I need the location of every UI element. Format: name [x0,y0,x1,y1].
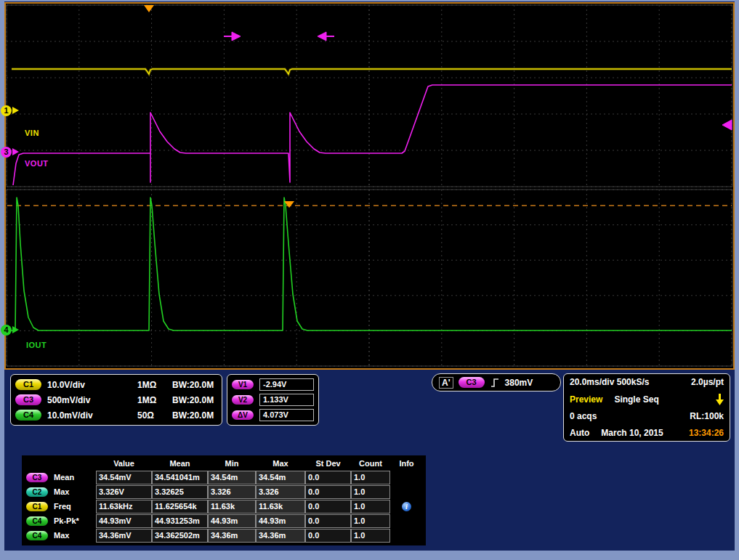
header-count: Count [351,459,390,468]
vout-level-arrow-icon[interactable] [722,120,732,130]
meas-stdev: 0.0 [305,471,351,484]
channel-pill[interactable]: C2 [26,487,48,497]
ch1-vin-trace-fuzz [12,69,732,74]
preview-label: Preview [570,394,602,405]
cursor-dv-value: 4.073V [259,409,314,421]
waveform-display [4,2,735,370]
measurement-name: Max [54,487,69,496]
rising-edge-icon [490,378,500,388]
timebase-row: 20.0ms/div 500kS/s 2.0µs/pt [570,377,724,387]
measurement-name: Max [54,531,69,540]
cursor-row-v1: V1 -2.94V [227,378,318,391]
trigger-source-pill[interactable]: C3 [459,377,485,388]
meas-mean: 34.541041m [152,471,208,484]
meas-stdev: 0.0 [305,514,351,528]
cursor-v2-value: 1.133V [259,394,314,406]
meas-stdev: 0.0 [305,500,351,514]
meas-value: 11.63kHz [96,500,152,514]
meas-count: 1.0 [351,500,390,514]
header-max: Max [256,459,305,468]
header-stdev: St Dev [305,459,351,468]
timebase-value: 20.0ms/div 500kS/s [570,377,649,387]
acqs-row: 0 acqs RL:100k [570,411,724,421]
meas-min: 34.36m [208,529,256,543]
channel-4-reference-arrow-icon[interactable] [12,326,19,333]
trigger-mode-auto: Auto [570,428,589,438]
record-length: RL:100k [690,411,724,421]
graticule-grid [7,5,732,366]
meas-max: 44.93m [256,514,305,528]
meas-count: 1.0 [351,485,390,499]
oscilloscope-screen: 1 3 4 VIN VOUT IOUT C1 10.0V/div 1MΩ BW:… [0,0,739,560]
cursor-row-dv: ΔV 4.073V [227,409,318,421]
measurement-table: Value Mean Min Max St Dev Count Info C3 … [22,455,426,545]
trigger-position-marker-icon[interactable] [144,5,154,12]
header-min: Min [208,459,256,468]
meas-value: 34.36mV [96,529,152,543]
channel-row-c3[interactable]: C3 500mV/div 1MΩ BW:20.0M [11,394,222,405]
c1-impedance: 1MΩ [137,380,166,390]
meas-mean: 34.362502m [152,529,208,543]
meas-max: 3.326 [256,485,305,499]
cursor-v1-pill[interactable]: V1 [232,380,254,389]
channel-pill-c3[interactable]: C3 [15,394,41,405]
c3-impedance: 1MΩ [137,395,166,405]
measurement-name: Mean [54,473,74,482]
measurement-name: Freq [54,502,71,511]
trigger-level-value: 380mV [505,378,533,388]
meas-mean: 11.625654k [152,500,208,514]
channel-settings-box[interactable]: C1 10.0V/div 1MΩ BW:20.0M C3 500mV/div 1… [10,374,222,426]
c4-impedance: 50Ω [137,410,166,421]
meas-max: 34.36m [256,529,305,543]
channel-pill-c4[interactable]: C4 [15,410,41,421]
meas-value: 34.54mV [96,471,152,484]
cursor-v2-pill[interactable]: V2 [232,395,254,405]
trigger-readout-box[interactable]: A' C3 380mV [432,373,561,391]
channel-1-badge[interactable]: 1 [1,105,12,116]
channel-3-reference-arrow-icon[interactable] [12,148,19,155]
meas-stdev: 0.0 [305,485,351,499]
c1-bandwidth: BW:20.0M [172,380,214,390]
cursor-b-left-arrow-icon[interactable] [318,32,326,41]
channel-3-badge[interactable]: 3 [1,147,12,158]
header-mean: Mean [152,459,208,468]
meas-mean: 3.32625 [152,485,208,499]
channel-pill-c1[interactable]: C1 [15,379,41,390]
meas-max: 11.63k [256,500,305,514]
acquisition-mode-row: Preview Single Seq [570,394,724,405]
c4-bandwidth: BW:20.0M [172,410,214,421]
c4-scale: 10.0mV/div [47,410,132,421]
trace-label-iout: IOUT [26,341,47,349]
channel-4-badge[interactable]: 4 [1,325,12,336]
cursor-dv-pill[interactable]: ΔV [232,410,254,420]
measurement-row-c4-max: C4 Max 34.36mV 34.362502m 34.36m 34.36m … [23,528,424,543]
c3-bandwidth: BW:20.0M [172,395,214,405]
measurement-row-c2-max: C2 Max 3.326V 3.32625 3.326 3.326 0.0 1.… [23,484,424,499]
meas-min: 11.63k [208,500,256,514]
trace-label-vin: VIN [25,129,39,137]
cursor-v1-value: -2.94V [259,378,314,391]
time-label: 13:34:26 [689,428,724,438]
ch4-iout-trace [12,198,732,330]
channel-row-c1[interactable]: C1 10.0V/div 1MΩ BW:20.0M [11,379,222,390]
meas-mean: 44.931253m [152,514,208,528]
meas-min: 44.93m [208,514,256,528]
trigger-mode-label: A' [439,377,453,389]
measurement-row-c4-pkpk: C4 Pk-Pk* 44.93mV 44.931253m 44.93m 44.9… [23,514,424,528]
cursor-a-right-arrow-icon[interactable] [232,32,241,41]
c3-scale: 500mV/div [47,395,132,405]
horizontal-acquisition-box[interactable]: 20.0ms/div 500kS/s 2.0µs/pt Preview Sing… [563,373,730,442]
date-label: March 10, 2015 [601,428,663,438]
channel-pill[interactable]: C4 [26,516,48,526]
measurement-row-c3-mean: C3 Mean 34.54mV 34.541041m 34.54m 34.54m… [23,470,424,484]
channel-1-reference-arrow-icon[interactable] [12,107,19,114]
info-icon[interactable]: i [402,502,411,511]
channel-pill[interactable]: C1 [26,502,48,511]
meas-stdev: 0.0 [305,529,351,543]
channel-pill[interactable]: C4 [26,531,48,540]
meas-count: 1.0 [351,514,390,528]
channel-pill[interactable]: C3 [26,473,48,482]
cursor-readout-box[interactable]: V1 -2.94V V2 1.133V ΔV 4.073V [227,374,319,426]
meas-count: 1.0 [351,529,390,543]
channel-row-c4[interactable]: C4 10.0mV/div 50Ω BW:20.0M [11,410,222,421]
